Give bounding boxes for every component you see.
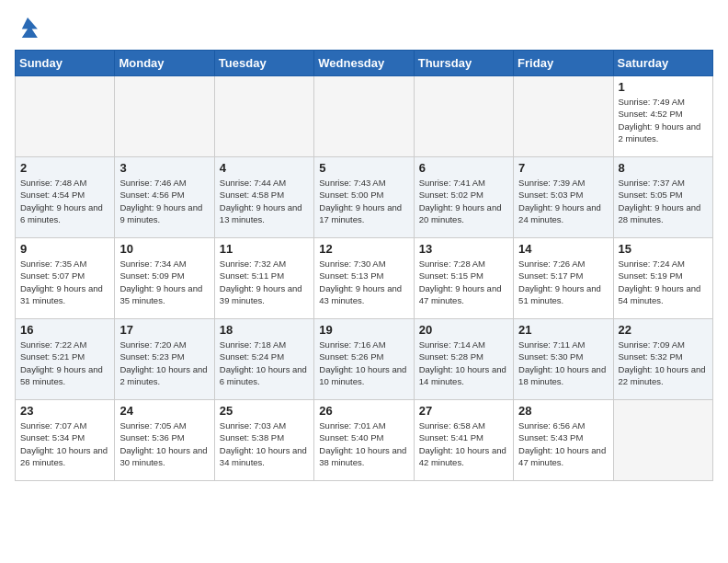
day-number: 21	[518, 323, 608, 337]
calendar-cell: 21Sunrise: 7:11 AM Sunset: 5:30 PM Dayli…	[514, 319, 613, 400]
calendar-cell	[214, 76, 313, 157]
calendar-cell: 27Sunrise: 6:58 AM Sunset: 5:41 PM Dayli…	[414, 400, 513, 481]
day-info: Sunrise: 7:37 AM Sunset: 5:05 PM Dayligh…	[619, 177, 708, 225]
calendar-cell: 10Sunrise: 7:34 AM Sunset: 5:09 PM Dayli…	[115, 238, 214, 319]
day-number: 16	[20, 323, 109, 337]
day-info: Sunrise: 6:58 AM Sunset: 5:41 PM Dayligh…	[419, 419, 508, 468]
day-info: Sunrise: 7:14 AM Sunset: 5:28 PM Dayligh…	[419, 339, 508, 387]
calendar-cell: 25Sunrise: 7:03 AM Sunset: 5:38 PM Dayli…	[214, 400, 313, 481]
day-number: 19	[319, 323, 408, 337]
day-number: 13	[419, 242, 508, 256]
calendar-cell: 5Sunrise: 7:43 AM Sunset: 5:00 PM Daylig…	[314, 157, 414, 238]
day-number: 6	[419, 161, 508, 175]
day-info: Sunrise: 7:22 AM Sunset: 5:21 PM Dayligh…	[20, 339, 109, 387]
calendar-cell: 22Sunrise: 7:09 AM Sunset: 5:32 PM Dayli…	[613, 319, 712, 400]
calendar-cell: 2Sunrise: 7:48 AM Sunset: 4:54 PM Daylig…	[16, 157, 115, 238]
calendar-cell: 17Sunrise: 7:20 AM Sunset: 5:23 PM Dayli…	[115, 319, 214, 400]
calendar-cell: 9Sunrise: 7:35 AM Sunset: 5:07 PM Daylig…	[16, 238, 115, 319]
calendar-cell: 6Sunrise: 7:41 AM Sunset: 5:02 PM Daylig…	[414, 157, 513, 238]
day-number: 24	[119, 404, 209, 418]
day-number: 5	[319, 161, 408, 175]
calendar-cell: 7Sunrise: 7:39 AM Sunset: 5:03 PM Daylig…	[514, 157, 613, 238]
calendar-week-4: 16Sunrise: 7:22 AM Sunset: 5:21 PM Dayli…	[16, 319, 713, 400]
calendar-cell: 11Sunrise: 7:32 AM Sunset: 5:11 PM Dayli…	[214, 238, 313, 319]
day-info: Sunrise: 7:46 AM Sunset: 4:56 PM Dayligh…	[119, 177, 209, 225]
day-number: 15	[619, 242, 708, 256]
day-info: Sunrise: 7:01 AM Sunset: 5:40 PM Dayligh…	[319, 419, 408, 468]
day-info: Sunrise: 7:07 AM Sunset: 5:34 PM Dayligh…	[20, 419, 109, 468]
day-info: Sunrise: 7:30 AM Sunset: 5:13 PM Dayligh…	[319, 258, 408, 306]
weekday-tuesday: Tuesday	[214, 51, 313, 76]
day-number: 4	[220, 161, 309, 175]
calendar-cell: 16Sunrise: 7:22 AM Sunset: 5:21 PM Dayli…	[16, 319, 115, 400]
calendar-cell	[314, 76, 414, 157]
svg-marker-0	[22, 17, 38, 38]
calendar-table: SundayMondayTuesdayWednesdayThursdayFrid…	[15, 50, 713, 481]
calendar-cell: 18Sunrise: 7:18 AM Sunset: 5:24 PM Dayli…	[214, 319, 313, 400]
logo	[15, 15, 44, 40]
weekday-friday: Friday	[514, 51, 613, 76]
calendar-cell: 1Sunrise: 7:49 AM Sunset: 4:52 PM Daylig…	[613, 76, 712, 157]
day-number: 12	[319, 242, 408, 256]
calendar-cell: 28Sunrise: 6:56 AM Sunset: 5:43 PM Dayli…	[514, 400, 613, 481]
calendar-cell	[514, 76, 613, 157]
day-number: 2	[20, 161, 109, 175]
day-info: Sunrise: 7:16 AM Sunset: 5:26 PM Dayligh…	[319, 339, 408, 387]
weekday-monday: Monday	[115, 51, 214, 76]
day-number: 11	[220, 242, 309, 256]
calendar-cell: 4Sunrise: 7:44 AM Sunset: 4:58 PM Daylig…	[214, 157, 313, 238]
calendar-cell: 13Sunrise: 7:28 AM Sunset: 5:15 PM Dayli…	[414, 238, 513, 319]
weekday-thursday: Thursday	[414, 51, 513, 76]
day-info: Sunrise: 7:20 AM Sunset: 5:23 PM Dayligh…	[119, 339, 209, 387]
page-header	[15, 15, 713, 40]
day-number: 22	[619, 323, 708, 337]
calendar-cell: 12Sunrise: 7:30 AM Sunset: 5:13 PM Dayli…	[314, 238, 414, 319]
weekday-header-row: SundayMondayTuesdayWednesdayThursdayFrid…	[16, 51, 713, 76]
day-info: Sunrise: 7:34 AM Sunset: 5:09 PM Dayligh…	[119, 258, 209, 306]
day-info: Sunrise: 7:03 AM Sunset: 5:38 PM Dayligh…	[220, 419, 309, 468]
day-info: Sunrise: 7:05 AM Sunset: 5:36 PM Dayligh…	[119, 419, 209, 468]
calendar-week-1: 1Sunrise: 7:49 AM Sunset: 4:52 PM Daylig…	[16, 76, 713, 157]
weekday-sunday: Sunday	[16, 51, 115, 76]
calendar-week-3: 9Sunrise: 7:35 AM Sunset: 5:07 PM Daylig…	[16, 238, 713, 319]
day-number: 3	[119, 161, 209, 175]
day-number: 26	[319, 404, 408, 418]
day-number: 18	[220, 323, 309, 337]
calendar-cell: 15Sunrise: 7:24 AM Sunset: 5:19 PM Dayli…	[613, 238, 712, 319]
day-number: 23	[20, 404, 109, 418]
calendar-cell	[414, 76, 513, 157]
calendar-week-5: 23Sunrise: 7:07 AM Sunset: 5:34 PM Dayli…	[16, 400, 713, 481]
logo-icon	[15, 15, 40, 40]
calendar-cell: 3Sunrise: 7:46 AM Sunset: 4:56 PM Daylig…	[115, 157, 214, 238]
calendar-cell: 23Sunrise: 7:07 AM Sunset: 5:34 PM Dayli…	[16, 400, 115, 481]
weekday-saturday: Saturday	[613, 51, 712, 76]
day-info: Sunrise: 7:35 AM Sunset: 5:07 PM Dayligh…	[20, 258, 109, 306]
day-number: 14	[518, 242, 608, 256]
day-info: Sunrise: 7:41 AM Sunset: 5:02 PM Dayligh…	[419, 177, 508, 225]
day-number: 27	[419, 404, 508, 418]
calendar-cell: 26Sunrise: 7:01 AM Sunset: 5:40 PM Dayli…	[314, 400, 414, 481]
calendar-cell	[16, 76, 115, 157]
calendar-cell: 8Sunrise: 7:37 AM Sunset: 5:05 PM Daylig…	[613, 157, 712, 238]
day-info: Sunrise: 7:26 AM Sunset: 5:17 PM Dayligh…	[518, 258, 608, 306]
day-number: 17	[119, 323, 209, 337]
day-number: 28	[518, 404, 608, 418]
day-info: Sunrise: 7:11 AM Sunset: 5:30 PM Dayligh…	[518, 339, 608, 387]
day-number: 8	[619, 161, 708, 175]
calendar-cell	[613, 400, 712, 481]
calendar-cell: 19Sunrise: 7:16 AM Sunset: 5:26 PM Dayli…	[314, 319, 414, 400]
weekday-wednesday: Wednesday	[314, 51, 414, 76]
calendar-cell	[115, 76, 214, 157]
day-number: 1	[619, 80, 708, 94]
day-number: 9	[20, 242, 109, 256]
calendar-cell: 14Sunrise: 7:26 AM Sunset: 5:17 PM Dayli…	[514, 238, 613, 319]
day-number: 7	[518, 161, 608, 175]
day-info: Sunrise: 6:56 AM Sunset: 5:43 PM Dayligh…	[518, 419, 608, 468]
day-info: Sunrise: 7:43 AM Sunset: 5:00 PM Dayligh…	[319, 177, 408, 225]
day-info: Sunrise: 7:28 AM Sunset: 5:15 PM Dayligh…	[419, 258, 508, 306]
calendar-week-2: 2Sunrise: 7:48 AM Sunset: 4:54 PM Daylig…	[16, 157, 713, 238]
day-number: 20	[419, 323, 508, 337]
day-info: Sunrise: 7:49 AM Sunset: 4:52 PM Dayligh…	[619, 96, 708, 144]
day-number: 10	[119, 242, 209, 256]
calendar-cell: 20Sunrise: 7:14 AM Sunset: 5:28 PM Dayli…	[414, 319, 513, 400]
